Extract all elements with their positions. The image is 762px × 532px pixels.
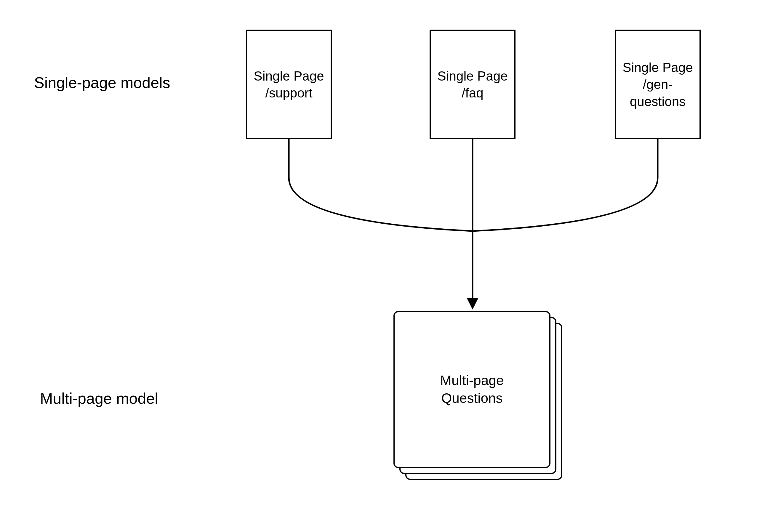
- box-faq: Single Page /faq: [429, 30, 515, 139]
- multi-page-line1: Multi-page: [440, 372, 504, 390]
- box-faq-line2: /faq: [462, 84, 483, 101]
- box-genq-line2: /gen-questions: [616, 76, 700, 110]
- box-genq: Single Page /gen-questions: [615, 30, 701, 139]
- multi-page-line2: Questions: [441, 390, 502, 407]
- multi-page-model-label: Multi-page model: [40, 389, 158, 409]
- box-support-line2: /support: [266, 84, 313, 101]
- box-support-line1: Single Page: [254, 67, 324, 84]
- multi-page-box: Multi-page Questions: [393, 311, 551, 468]
- single-page-models-label: Single-page models: [34, 73, 170, 93]
- box-support: Single Page /support: [246, 30, 332, 139]
- box-genq-line1: Single Page: [623, 59, 693, 76]
- box-faq-line1: Single Page: [437, 67, 507, 84]
